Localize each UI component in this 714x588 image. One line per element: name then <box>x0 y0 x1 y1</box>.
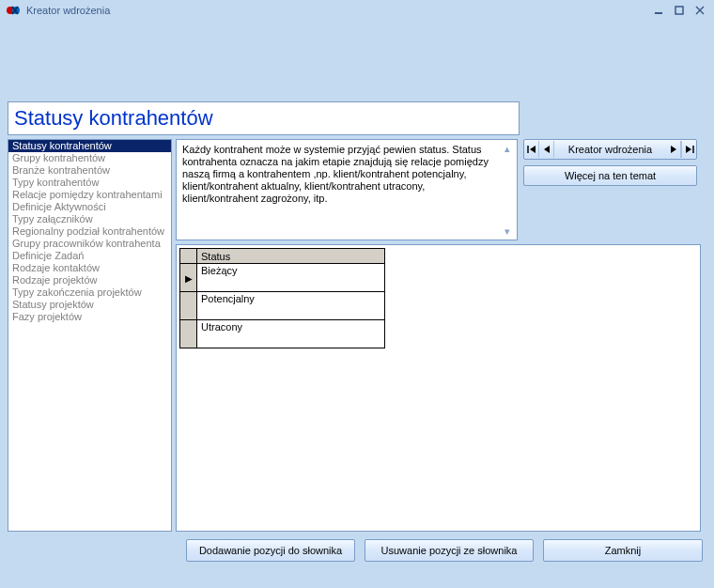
sidebar-item[interactable]: Statusy kontrahentów <box>8 140 171 152</box>
wizard-nav: Kreator wdrożenia <box>523 139 697 160</box>
category-list[interactable]: Statusy kontrahentówGrupy kontrahentówBr… <box>8 139 172 532</box>
more-info-label: Więcej na ten temat <box>565 170 656 181</box>
svg-rect-3 <box>675 7 683 14</box>
sidebar-item[interactable]: Rodzaje projektów <box>8 274 171 286</box>
page-title: Statusy kontrahentów <box>14 106 513 131</box>
description-scrollbar[interactable]: ▴ ▾ <box>500 142 515 238</box>
minimize-button[interactable] <box>650 4 667 17</box>
remove-item-button[interactable]: Usuwanie pozycji ze słownika <box>365 539 534 562</box>
sidebar-item[interactable]: Rodzaje kontaktów <box>8 262 171 274</box>
maximize-button[interactable] <box>671 4 688 17</box>
sidebar-item[interactable]: Regionalny podział kontrahentów <box>8 225 171 238</box>
row-selector[interactable]: ▶ <box>180 264 197 292</box>
nav-next-button[interactable] <box>666 141 681 158</box>
sidebar-item[interactable]: Definicje Zadań <box>8 250 171 262</box>
page-heading-box: Statusy kontrahentów <box>8 101 520 135</box>
svg-marker-10 <box>686 146 691 153</box>
scroll-down-icon[interactable]: ▾ <box>501 224 514 238</box>
description-text: Każdy kontrahent może w systemie przyjąć… <box>182 144 511 205</box>
grid-corner <box>180 249 197 264</box>
content-panel: Status▶BieżącyPotencjalnyUtracony <box>176 244 701 532</box>
scroll-up-icon[interactable]: ▴ <box>501 142 514 155</box>
grid-cell[interactable]: Bieżący <box>197 264 385 292</box>
close-wizard-button[interactable]: Zamknij <box>543 539 703 562</box>
sidebar-item[interactable]: Typy kontrahentów <box>8 177 171 189</box>
nav-last-button[interactable] <box>681 141 696 158</box>
nav-prev-button[interactable] <box>539 141 554 158</box>
description-box: Każdy kontrahent może w systemie przyjąć… <box>176 139 518 240</box>
sidebar-item[interactable]: Relacje pomiędzy kontrahentami <box>8 189 171 201</box>
grid-cell[interactable]: Potencjalny <box>197 292 385 320</box>
title-bar: Kreator wdrożenia <box>0 0 714 21</box>
row-selector[interactable] <box>180 292 197 320</box>
sidebar-item[interactable]: Grupy pracowników kontrahenta <box>8 238 171 250</box>
close-button[interactable] <box>691 4 708 17</box>
current-row-icon: ▶ <box>185 273 193 284</box>
sidebar-item[interactable]: Definicje Aktywności <box>8 201 171 213</box>
row-selector[interactable] <box>180 320 197 348</box>
nav-first-button[interactable] <box>524 141 539 158</box>
svg-marker-8 <box>544 146 550 153</box>
add-item-button[interactable]: Dodawanie pozycji do słownika <box>186 539 355 562</box>
sidebar-item[interactable]: Grupy kontrahentów <box>8 152 171 164</box>
sidebar-item[interactable]: Fazy projektów <box>8 311 171 323</box>
more-info-button[interactable]: Więcej na ten temat <box>523 165 697 186</box>
sidebar-item[interactable]: Statusy projektów <box>8 299 171 311</box>
grid-header[interactable]: Status <box>197 249 385 264</box>
app-logo-icon <box>6 3 21 18</box>
nav-label: Kreator wdrożenia <box>554 144 666 155</box>
sidebar-item[interactable]: Typy zakończenia projektów <box>8 286 171 299</box>
window-title: Kreator wdrożenia <box>26 5 110 16</box>
svg-marker-7 <box>530 146 536 153</box>
sidebar-item[interactable]: Typy załączników <box>8 213 171 225</box>
sidebar-item[interactable]: Branże kontrahentów <box>8 164 171 177</box>
status-grid[interactable]: Status▶BieżącyPotencjalnyUtracony <box>179 248 385 348</box>
svg-marker-9 <box>671 146 676 153</box>
grid-cell[interactable]: Utracony <box>197 320 385 348</box>
